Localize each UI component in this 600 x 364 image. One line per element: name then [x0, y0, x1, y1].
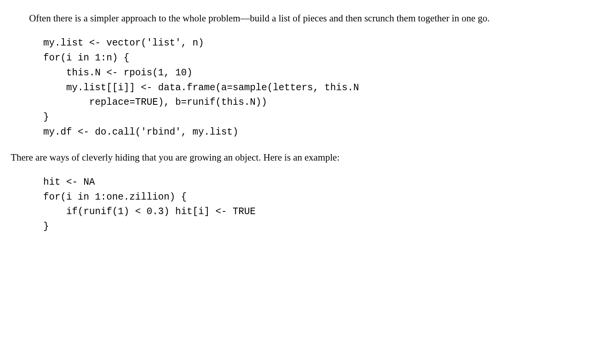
code-block-2: hit <- NA for(i in 1:one.zillion) { if(r… — [43, 175, 589, 234]
code-block-1: my.list <- vector('list', n) for(i in 1:… — [43, 36, 589, 140]
body-paragraph-2: There are ways of cleverly hiding that y… — [11, 151, 589, 164]
body-paragraph-1: Often there is a simpler approach to the… — [11, 11, 589, 25]
